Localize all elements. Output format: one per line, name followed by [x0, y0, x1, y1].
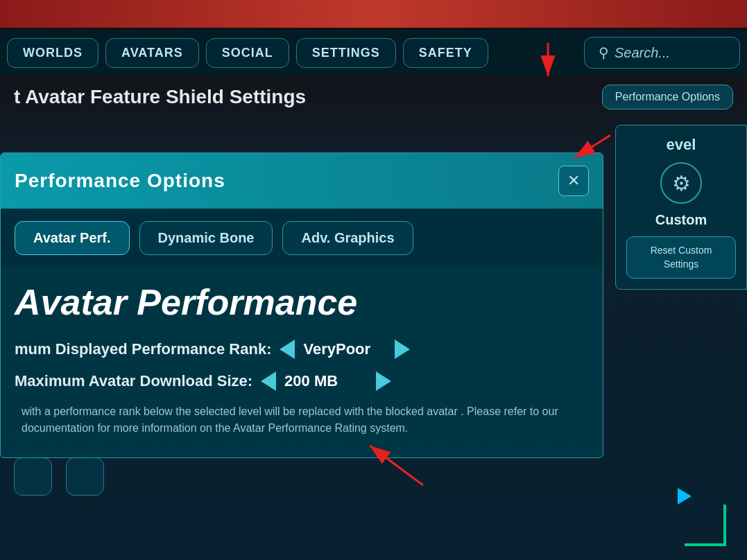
page-title-bar: t Avatar Feature Shield Settings Perform… [0, 76, 747, 118]
download-size-decrement-button[interactable] [261, 371, 276, 391]
search-input[interactable] [615, 45, 725, 61]
nav-safety-button[interactable]: SAFETY [403, 38, 488, 68]
arrow-left-icon-2 [261, 371, 276, 391]
performance-rank-label: mum Displayed Performance Rank: [15, 340, 271, 358]
top-decorative-bar [0, 0, 747, 28]
performance-options-button[interactable]: Performance Options [602, 85, 733, 110]
gear-icon: ⚙ [660, 162, 702, 204]
custom-label: Custom [626, 212, 736, 228]
page-title: t Avatar Feature Shield Settings [14, 86, 306, 108]
search-icon: ⚲ [599, 44, 609, 61]
modal-header: Performance Options ✕ [1, 153, 603, 209]
download-size-row: Maximum Avatar Download Size: 200 MB [15, 371, 589, 391]
search-box: ⚲ [584, 37, 740, 69]
nav-avatars-button[interactable]: AVATARS [105, 38, 199, 68]
modal-body: Avatar Performance mum Displayed Perform… [1, 268, 603, 457]
corner-decoration [685, 505, 726, 546]
avatar-circles [14, 457, 104, 496]
avatar-circle-1 [14, 457, 52, 496]
top-navigation: WORLDS AVATARS SOCIAL SETTINGS SAFETY ⚲ [0, 29, 747, 76]
reset-custom-settings-button[interactable]: Reset Custom Settings [626, 236, 736, 279]
performance-rank-row: mum Displayed Performance Rank: VeryPoor [15, 340, 589, 359]
performance-rank-value: VeryPoor [303, 340, 386, 358]
modal-footer-text: with a performance rank below the select… [15, 403, 589, 437]
download-size-label: Maximum Avatar Download Size: [15, 372, 252, 390]
gear-icon-container: ⚙ [626, 162, 736, 204]
performance-options-modal: Performance Options ✕ Avatar Perf. Dynam… [0, 152, 603, 458]
tab-avatar-perf[interactable]: Avatar Perf. [15, 221, 130, 255]
download-size-increment-button[interactable] [376, 371, 391, 391]
modal-title: Performance Options [15, 170, 225, 192]
right-panel: evel ⚙ Custom Reset Custom Settings [615, 125, 747, 290]
performance-rank-increment-button[interactable] [395, 340, 410, 359]
nav-worlds-button[interactable]: WORLDS [7, 38, 98, 68]
section-title: Avatar Performance [15, 281, 589, 323]
tab-adv-graphics[interactable]: Adv. Graphics [282, 221, 413, 255]
arrow-left-icon [280, 340, 295, 359]
performance-rank-decrement-button[interactable] [280, 340, 295, 359]
arrow-right-icon-2 [376, 371, 391, 391]
tab-dynamic-bone[interactable]: Dynamic Bone [139, 221, 273, 255]
modal-close-button[interactable]: ✕ [558, 166, 589, 196]
nav-settings-button[interactable]: SETTINGS [296, 38, 396, 68]
modal-tabs: Avatar Perf. Dynamic Bone Adv. Graphics [1, 209, 603, 268]
nav-social-button[interactable]: SOCIAL [206, 38, 289, 68]
arrow-right-icon [395, 340, 410, 359]
avatar-circle-2 [66, 457, 104, 496]
download-size-value: 200 MB [284, 372, 368, 390]
level-label: evel [626, 136, 736, 154]
reset-label: Reset Custom Settings [651, 245, 712, 270]
play-triangle-icon [678, 488, 692, 505]
